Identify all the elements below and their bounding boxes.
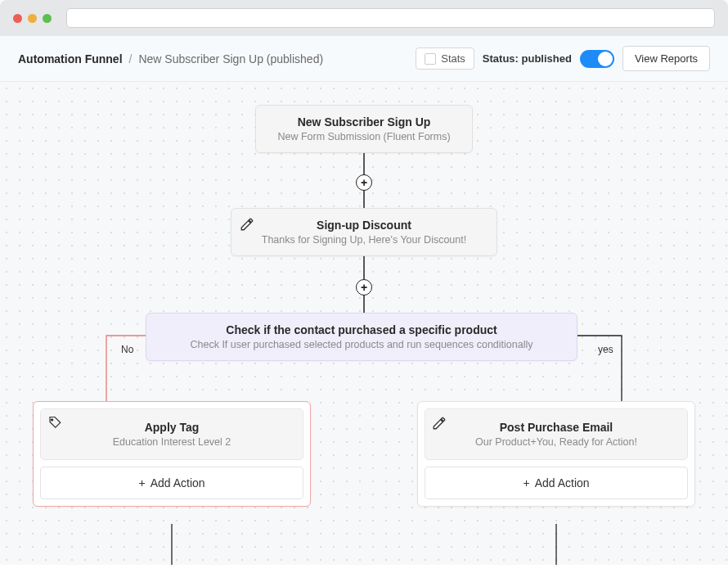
maximize-window-icon[interactable] bbox=[43, 14, 52, 23]
no-branch-container: Apply Tag Education Interest Level 2 + A… bbox=[33, 401, 311, 507]
edit-email-icon bbox=[240, 217, 254, 235]
apply-tag-subtitle: Education Interest Level 2 bbox=[52, 436, 291, 448]
add-step-button-1[interactable]: + bbox=[356, 174, 372, 191]
plus-icon: + bbox=[138, 476, 145, 490]
stats-toggle[interactable]: Stats bbox=[416, 47, 474, 70]
view-reports-button[interactable]: View Reports bbox=[622, 46, 710, 71]
post-purchase-title: Post Purchase Email bbox=[437, 421, 676, 434]
plus-icon: + bbox=[523, 476, 529, 490]
post-purchase-email-node[interactable]: Post Purchase Email Our Product+You, Rea… bbox=[425, 408, 688, 460]
toggle-knob-icon bbox=[598, 52, 613, 66]
branch-label-yes: yes bbox=[598, 344, 613, 355]
trigger-subtitle: New Form Submission (Fluent Forms) bbox=[271, 131, 457, 142]
condition-title: Check if the contact purchased a specifi… bbox=[161, 323, 562, 336]
apply-tag-node[interactable]: Apply Tag Education Interest Level 2 bbox=[40, 408, 303, 460]
condition-subtitle: Check If user purchased selected product… bbox=[161, 339, 562, 350]
tag-icon bbox=[47, 416, 62, 434]
email-node[interactable]: Sign-up Discount Thanks for Signing Up, … bbox=[231, 208, 497, 256]
window-controls bbox=[13, 14, 52, 23]
url-bar[interactable] bbox=[66, 8, 715, 28]
breadcrumb-root[interactable]: Automation Funnel bbox=[18, 52, 123, 65]
svg-point-4 bbox=[52, 419, 53, 421]
publish-toggle[interactable] bbox=[580, 50, 614, 68]
minimize-window-icon[interactable] bbox=[28, 14, 37, 23]
breadcrumb-current: New Subscriber Sign Up (published) bbox=[138, 52, 323, 65]
post-purchase-subtitle: Our Product+You, Ready for Action! bbox=[437, 436, 676, 448]
yes-branch-container: Post Purchase Email Our Product+You, Rea… bbox=[417, 401, 695, 507]
add-action-button-right[interactable]: + Add Action bbox=[425, 467, 688, 499]
status-label: Status: published bbox=[483, 52, 572, 65]
flow-canvas[interactable]: New Subscriber Sign Up New Form Submissi… bbox=[0, 82, 728, 565]
email-subtitle: Thanks for Signing Up, Here's Your Disco… bbox=[246, 234, 482, 246]
condition-node[interactable]: Check if the contact purchased a specifi… bbox=[146, 313, 577, 361]
add-action-button-left[interactable]: + Add Action bbox=[40, 467, 303, 499]
close-window-icon[interactable] bbox=[13, 14, 22, 23]
add-step-button-2[interactable]: + bbox=[356, 279, 372, 296]
trigger-title: New Subscriber Sign Up bbox=[271, 115, 457, 129]
apply-tag-title: Apply Tag bbox=[52, 421, 291, 434]
page-header: Automation Funnel / New Subscriber Sign … bbox=[0, 36, 728, 82]
header-actions: Stats Status: published View Reports bbox=[416, 46, 710, 71]
stats-label: Stats bbox=[441, 52, 465, 65]
email-title: Sign-up Discount bbox=[246, 219, 482, 232]
branch-label-no: No bbox=[121, 344, 133, 355]
trigger-node[interactable]: New Subscriber Sign Up New Form Submissi… bbox=[255, 105, 473, 153]
edit-email-icon bbox=[432, 416, 447, 434]
stats-checkbox-icon[interactable] bbox=[425, 53, 436, 65]
breadcrumb-separator: / bbox=[129, 52, 133, 65]
browser-chrome bbox=[0, 0, 728, 36]
breadcrumb: Automation Funnel / New Subscriber Sign … bbox=[18, 52, 323, 65]
